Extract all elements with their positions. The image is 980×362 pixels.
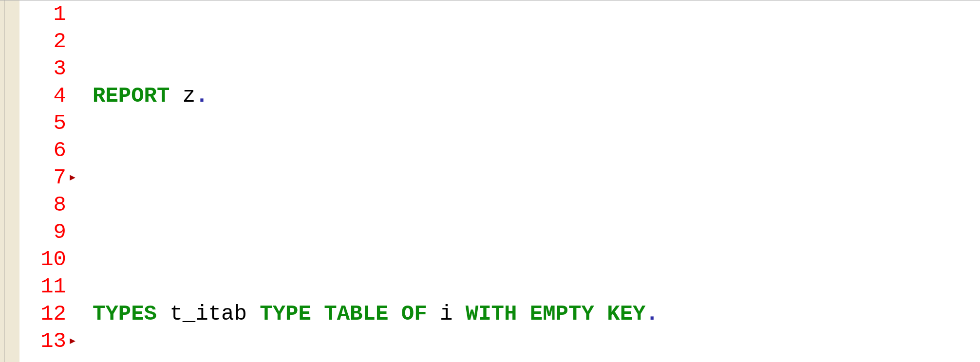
period: .	[645, 302, 658, 326]
code-editor[interactable]: 1 2 3 4 5 6 7 8 9 10 11 12 13 ▸ ▸ REPORT…	[0, 0, 980, 362]
line-number: 5	[19, 109, 66, 137]
line-number: 10	[19, 246, 66, 273]
marker-column: ▸ ▸	[68, 0, 83, 362]
line-number: 6	[19, 137, 66, 164]
error-marker-icon: ▸	[68, 164, 83, 191]
keyword-report: REPORT	[93, 84, 170, 108]
identifier: t_itab	[170, 302, 246, 326]
line-number: 11	[19, 273, 66, 300]
folding-strip	[0, 0, 5, 362]
line-number: 7	[19, 164, 66, 191]
keyword-of: OF	[401, 302, 427, 326]
line-number: 3	[19, 55, 66, 82]
line-number: 8	[19, 191, 66, 218]
keyword-empty: EMPTY	[530, 302, 594, 326]
line-number: 4	[19, 82, 66, 109]
line-number: 12	[19, 300, 66, 327]
keyword-types: TYPES	[93, 302, 157, 326]
keyword-key: KEY	[607, 302, 645, 326]
code-line[interactable]: TYPES t_itab TYPE TABLE OF i WITH EMPTY …	[93, 300, 980, 327]
breakpoint-margin[interactable]	[5, 0, 19, 362]
line-number: 13	[19, 327, 66, 355]
keyword-with: WITH	[466, 302, 517, 326]
error-marker-icon: ▸	[68, 327, 83, 355]
code-line[interactable]	[93, 191, 980, 218]
code-area[interactable]: REPORT z. TYPES t_itab TYPE TABLE OF i W…	[83, 0, 980, 362]
line-number: 2	[19, 28, 66, 55]
identifier: z	[183, 84, 195, 108]
line-number: 1	[19, 0, 66, 28]
code-line[interactable]: REPORT z.	[93, 82, 980, 109]
period: .	[195, 84, 208, 108]
line-number-gutter: 1 2 3 4 5 6 7 8 9 10 11 12 13	[19, 0, 68, 362]
line-number: 9	[19, 218, 66, 246]
keyword-table: TABLE	[324, 302, 388, 326]
keyword-type: TYPE	[260, 302, 311, 326]
identifier: i	[440, 302, 452, 326]
